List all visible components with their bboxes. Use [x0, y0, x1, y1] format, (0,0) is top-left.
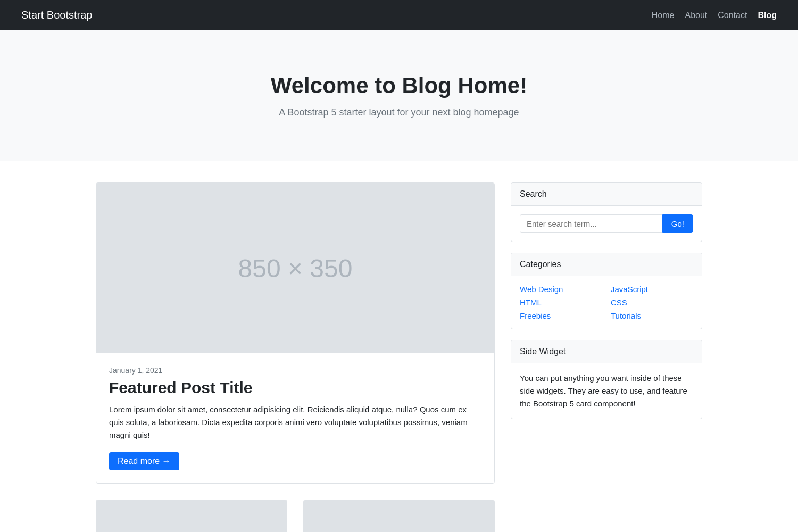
nav-item-blog: Blog [758, 11, 777, 20]
search-button[interactable]: Go! [662, 214, 693, 233]
category-link[interactable]: CSS [611, 298, 693, 307]
post-excerpt: Lorem ipsum dolor sit amet, consectetur … [109, 403, 481, 442]
content-area: 850 × 350 January 1, 2021 Featured Post … [96, 182, 495, 532]
search-widget: Search Go! [511, 182, 702, 242]
nav-link-home[interactable]: Home [652, 11, 675, 20]
categories-grid: Web DesignJavaScriptHTMLCSSFreebiesTutor… [520, 285, 693, 320]
categories-widget-body: Web DesignJavaScriptHTMLCSSFreebiesTutor… [511, 276, 702, 329]
category-link[interactable]: Web Design [520, 285, 602, 294]
search-widget-header: Search [511, 183, 702, 206]
navbar-brand[interactable]: Start Bootstrap [21, 9, 92, 21]
side-widget-body: You can put anything you want inside of … [511, 363, 702, 419]
small-cards-row [96, 500, 495, 532]
sidebar: Search Go! Categories Web DesignJavaScri… [511, 182, 702, 419]
navbar-links: Home About Contact Blog [652, 11, 777, 20]
side-widget-header: Side Widget [511, 340, 702, 363]
search-widget-body: Go! [511, 206, 702, 242]
main-container: 850 × 350 January 1, 2021 Featured Post … [53, 182, 745, 532]
featured-card-body: January 1, 2021 Featured Post Title Lore… [96, 353, 494, 483]
category-link[interactable]: JavaScript [611, 285, 693, 294]
category-link[interactable]: Freebies [520, 311, 602, 320]
hero-subtitle: A Bootstrap 5 starter layout for your ne… [11, 107, 787, 118]
nav-item-about: About [685, 11, 708, 20]
category-link[interactable]: Tutorials [611, 311, 693, 320]
nav-item-home: Home [652, 11, 675, 20]
post-date: January 1, 2021 [109, 366, 481, 375]
small-image-2 [304, 500, 494, 532]
nav-link-about[interactable]: About [685, 11, 708, 20]
search-form: Go! [520, 214, 693, 233]
search-input[interactable] [520, 214, 662, 233]
navbar: Start Bootstrap Home About Contact Blog [0, 0, 798, 30]
small-card-1 [96, 500, 287, 532]
nav-link-contact[interactable]: Contact [718, 11, 747, 20]
hero-title: Welcome to Blog Home! [11, 73, 787, 98]
small-image-1 [96, 500, 287, 532]
placeholder-label: 850 × 350 [238, 254, 353, 283]
small-card-2 [303, 500, 495, 532]
categories-widget: Categories Web DesignJavaScriptHTMLCSSFr… [511, 253, 702, 329]
categories-widget-header: Categories [511, 253, 702, 276]
nav-item-contact: Contact [718, 11, 747, 20]
category-link[interactable]: HTML [520, 298, 602, 307]
nav-link-blog[interactable]: Blog [758, 11, 777, 20]
featured-card: 850 × 350 January 1, 2021 Featured Post … [96, 182, 495, 484]
featured-image-placeholder: 850 × 350 [96, 183, 494, 353]
hero-section: Welcome to Blog Home! A Bootstrap 5 star… [0, 30, 798, 161]
side-widget-text: You can put anything you want inside of … [520, 372, 693, 410]
read-more-button[interactable]: Read more → [109, 452, 179, 470]
post-title: Featured Post Title [109, 379, 481, 397]
side-widget: Side Widget You can put anything you wan… [511, 340, 702, 419]
